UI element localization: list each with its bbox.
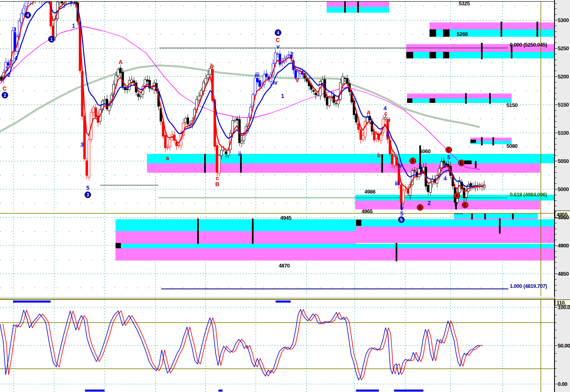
wave-label: 5 (400, 210, 403, 217)
axis-tick (555, 251, 557, 252)
wave-label: 2 (290, 51, 293, 58)
axis-tick (555, 229, 557, 229)
wave-label: A (118, 59, 122, 65)
price-level-label: 5080 (507, 143, 518, 149)
wave-label: a (367, 109, 370, 115)
price-axis[interactable]: 4955. 110. 53005250520051505100505050004… (554, 0, 570, 392)
axis-tick (555, 20, 557, 20)
axis-tick (555, 361, 557, 361)
price-level-label: 4870 (279, 263, 290, 269)
wave-label: b (210, 62, 214, 69)
wave-label: 5 (447, 154, 450, 160)
axis-tick (555, 121, 557, 122)
wave-label: i (389, 117, 390, 123)
price-level-label: 4986 (365, 189, 376, 195)
axis-tick (555, 65, 557, 65)
axis-tick (555, 323, 557, 323)
wave-label: 4 (14, 55, 17, 61)
circled-wave-label: A (454, 192, 460, 199)
axis-tick (555, 307, 557, 307)
axis-tick (555, 353, 557, 354)
axis-tick (555, 26, 557, 26)
fib-level-label: 0.000 (5250.045) (510, 42, 547, 48)
wave-label: 3 (80, 141, 83, 148)
axis-indicator-label: 50.00 (558, 343, 570, 349)
wave-label: ii (238, 151, 241, 157)
axis-tick (555, 76, 557, 77)
axis-tick (555, 279, 557, 280)
axis-price-label: 5000 (558, 186, 569, 192)
wave-label: v (276, 43, 279, 50)
axis-tick (555, 110, 557, 111)
axis-indicator-label: 0.00 (558, 381, 567, 387)
axis-tick (555, 54, 557, 54)
circled-wave-label: 3 (85, 192, 91, 198)
axis-price-label: 5100 (558, 130, 569, 136)
axis-tick (555, 99, 557, 99)
wave-label: c (384, 110, 387, 117)
wave-label: iii (255, 71, 259, 78)
fib-level-label: 0.618 (4984.096) (510, 192, 547, 198)
wave-label: 3 (13, 26, 16, 33)
axis-tick (555, 274, 557, 274)
wave-label: c (216, 175, 218, 181)
axis-tick (555, 268, 557, 268)
circled-wave-label: C (462, 202, 468, 208)
axis-tick (555, 178, 557, 178)
axis-tick (555, 240, 557, 240)
axis-tick (555, 189, 557, 189)
axis-price-label: 5200 (558, 74, 569, 80)
axis-tick (555, 144, 557, 145)
axis-tick (555, 93, 557, 94)
axis-tick (555, 345, 557, 346)
wave-label: iii (395, 180, 399, 187)
axis-tick (555, 223, 557, 223)
axis-tick (555, 60, 557, 60)
axis-tick (555, 31, 557, 32)
axis-tick (555, 82, 557, 82)
axis-tick (555, 217, 557, 218)
wave-label: ii (386, 131, 389, 138)
axis-tick (555, 368, 557, 369)
circled-wave-label: A (410, 158, 416, 164)
wave-label: 1 (72, 22, 75, 29)
axis-tick (555, 206, 557, 206)
axis-tick (555, 127, 557, 127)
circled-wave-label: 4 (24, 12, 31, 18)
axis-tick (555, 200, 557, 201)
wave-label: 4 (443, 175, 446, 182)
axis-tick (555, 42, 557, 43)
axis-tick (555, 155, 557, 156)
axis-tick (555, 376, 557, 376)
wave-label: 3 (443, 163, 445, 169)
axis-tick (555, 245, 557, 246)
price-level-label: 5325 (459, 0, 470, 7)
axis-tick (555, 262, 557, 263)
stochastic-panel-canvas[interactable] (0, 299, 554, 392)
circled-wave-label: 5 (398, 216, 405, 223)
axis-tick (555, 14, 557, 15)
axis-price-label: 5250 (558, 45, 569, 51)
axis-tick (555, 3, 557, 4)
circled-wave-label: B (417, 204, 423, 211)
circled-wave-label: 4 (275, 29, 281, 36)
circled-wave-label: C (445, 147, 452, 153)
wave-label: a (166, 155, 169, 161)
circled-wave-label: B (458, 160, 465, 166)
axis-tick (555, 161, 557, 161)
wave-label: 1 (5, 65, 8, 72)
price-level-label: 5268 (457, 31, 468, 37)
price-level-label: 5150 (507, 102, 518, 108)
price-level-label: 5060 (420, 148, 431, 154)
axis-tick (555, 116, 557, 116)
axis-tick (555, 37, 557, 37)
wave-label: 1 (419, 166, 422, 172)
wave-label: iv (273, 79, 278, 86)
axis-tick (555, 183, 557, 184)
trading-chart-window: 5325526851505080506049864965494548700.00… (0, 0, 570, 392)
panel-separator[interactable] (0, 296, 570, 299)
axis-tick (555, 88, 557, 88)
axis-tick (555, 195, 557, 195)
axis-indicator-label: 100.00 (558, 304, 570, 310)
axis-tick (555, 172, 557, 173)
